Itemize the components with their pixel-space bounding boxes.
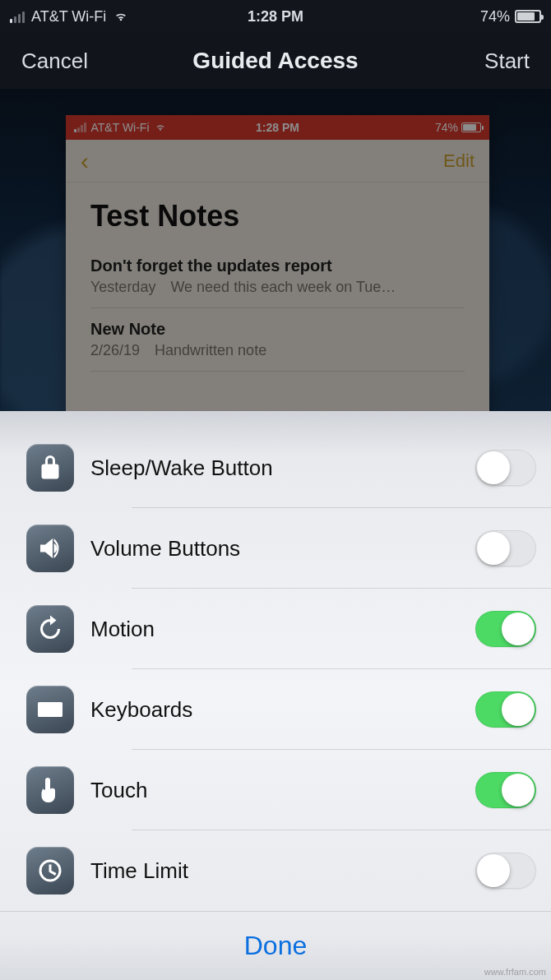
status-bar: AT&T Wi-Fi 1:28 PM 74% xyxy=(0,0,551,33)
toggle-touch[interactable] xyxy=(475,772,536,808)
lock-icon xyxy=(26,444,74,492)
battery-icon xyxy=(515,10,541,23)
option-label: Sleep/Wake Button xyxy=(90,455,446,481)
toggle-motion[interactable] xyxy=(475,611,536,647)
toggle-timer[interactable] xyxy=(475,853,536,889)
watermark: www.frfam.com xyxy=(484,967,546,977)
start-button[interactable]: Start xyxy=(484,49,530,74)
guided-access-nav: Cancel Guided Access Start xyxy=(0,33,551,89)
option-row-motion: Motion xyxy=(0,589,551,669)
option-label: Volume Buttons xyxy=(90,536,446,562)
option-label: Motion xyxy=(90,617,446,642)
volume-icon xyxy=(26,525,74,572)
option-label: Keyboards xyxy=(90,697,446,723)
done-bar: Done xyxy=(0,911,551,980)
cancel-button[interactable]: Cancel xyxy=(21,49,88,74)
option-label: Touch xyxy=(90,778,446,803)
options-list: Sleep/Wake ButtonVolume ButtonsMotionKey… xyxy=(0,411,551,911)
toggle-volume[interactable] xyxy=(475,530,536,566)
motion-icon xyxy=(26,605,74,653)
keyboard-icon xyxy=(26,686,74,733)
options-sheet: Sleep/Wake ButtonVolume ButtonsMotionKey… xyxy=(0,411,551,980)
option-row-lock: Sleep/Wake Button xyxy=(0,428,551,508)
status-time: 1:28 PM xyxy=(0,8,551,25)
dim-overlay xyxy=(0,89,551,436)
toggle-keyboard[interactable] xyxy=(475,691,536,728)
option-row-touch: Touch xyxy=(0,750,551,830)
option-row-timer: Time Limit xyxy=(0,830,551,911)
touch-icon xyxy=(26,766,74,814)
option-row-volume: Volume Buttons xyxy=(0,508,551,589)
done-button[interactable]: Done xyxy=(244,931,308,961)
option-label: Time Limit xyxy=(90,858,446,884)
timer-icon xyxy=(26,847,74,894)
option-row-keyboard: Keyboards xyxy=(0,669,551,750)
toggle-lock[interactable] xyxy=(475,450,536,486)
